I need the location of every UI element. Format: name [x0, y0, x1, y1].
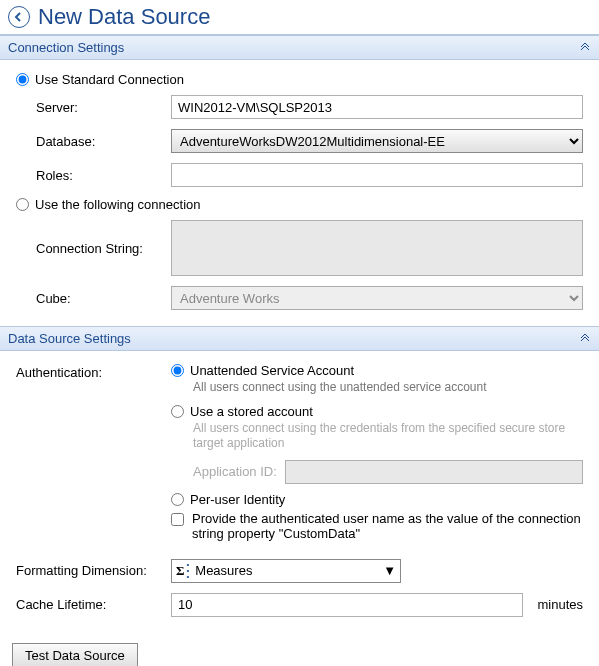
unattended-label: Unattended Service Account	[190, 363, 354, 378]
use-standard-label: Use Standard Connection	[35, 72, 184, 87]
customdata-label: Provide the authenticated user name as t…	[192, 511, 583, 541]
connection-settings-header[interactable]: Connection Settings	[0, 35, 599, 60]
unattended-radio[interactable]	[171, 364, 184, 377]
dots-icon: •••	[187, 562, 190, 580]
sigma-icon: Σ	[176, 563, 185, 579]
server-label: Server:	[16, 100, 171, 115]
connection-settings-body: Use Standard Connection Server: Database…	[0, 60, 599, 326]
formatting-dim-select[interactable]: Σ ••• Measures ▼	[171, 559, 401, 583]
database-select[interactable]: AdventureWorksDW2012Multidimensional-EE	[171, 129, 583, 153]
stored-desc: All users connect using the credentials …	[193, 421, 583, 452]
chevron-down-icon: ▼	[383, 563, 396, 578]
cube-label: Cube:	[16, 291, 171, 306]
section-title: Connection Settings	[8, 40, 124, 55]
use-following-label: Use the following connection	[35, 197, 201, 212]
cache-lifetime-input[interactable]	[171, 593, 523, 617]
page-header: New Data Source	[0, 0, 599, 35]
unattended-desc: All users connect using the unattended s…	[193, 380, 583, 396]
roles-label: Roles:	[16, 168, 171, 183]
data-source-settings-body: Authentication: Unattended Service Accou…	[0, 351, 599, 633]
cache-lifetime-label: Cache Lifetime:	[16, 597, 171, 612]
use-standard-radio[interactable]	[16, 73, 29, 86]
data-source-settings-header[interactable]: Data Source Settings	[0, 326, 599, 351]
stored-label: Use a stored account	[190, 404, 313, 419]
section-title: Data Source Settings	[8, 331, 131, 346]
authentication-label: Authentication:	[16, 363, 171, 380]
app-id-input	[285, 460, 583, 484]
test-data-source-button[interactable]: Test Data Source	[12, 643, 138, 666]
app-id-label: Application ID:	[193, 464, 277, 479]
collapse-icon	[579, 40, 591, 55]
per-user-label: Per-user Identity	[190, 492, 285, 507]
cube-select: Adventure Works	[171, 286, 583, 310]
formatting-dim-label: Formatting Dimension:	[16, 563, 171, 578]
conn-string-label: Connection String:	[16, 241, 171, 256]
collapse-icon	[579, 331, 591, 346]
back-button[interactable]	[8, 6, 30, 28]
conn-string-input	[171, 220, 583, 276]
page-title: New Data Source	[38, 4, 210, 30]
per-user-radio[interactable]	[171, 493, 184, 506]
roles-input[interactable]	[171, 163, 583, 187]
back-arrow-icon	[13, 11, 25, 23]
stored-radio[interactable]	[171, 405, 184, 418]
cache-units: minutes	[537, 597, 583, 612]
formatting-dim-value: Measures	[195, 563, 252, 578]
database-label: Database:	[16, 134, 171, 149]
customdata-checkbox[interactable]	[171, 513, 184, 526]
server-input[interactable]	[171, 95, 583, 119]
use-following-radio[interactable]	[16, 198, 29, 211]
